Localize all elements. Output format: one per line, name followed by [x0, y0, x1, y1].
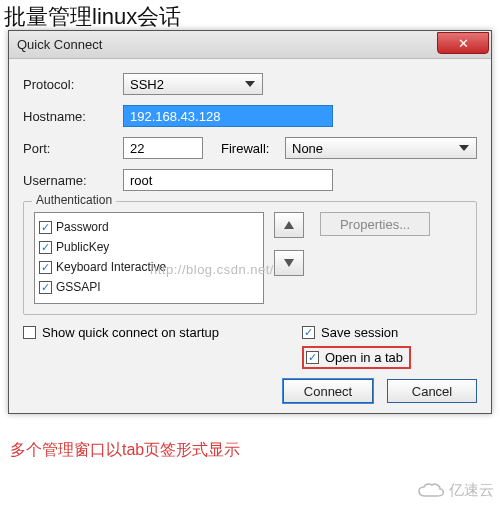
firewall-dropdown[interactable]: None [285, 137, 477, 159]
cancel-button[interactable]: Cancel [387, 379, 477, 403]
username-label: Username: [23, 173, 123, 188]
checkbox-icon[interactable] [39, 241, 52, 254]
save-session-label: Save session [321, 325, 398, 340]
checkbox-icon[interactable] [39, 221, 52, 234]
cancel-label: Cancel [412, 384, 452, 399]
chevron-down-icon [456, 140, 472, 156]
checkbox-icon[interactable] [23, 326, 36, 339]
open-in-tab-option[interactable]: Open in a tab [306, 350, 403, 365]
cloud-icon [417, 482, 445, 500]
show-on-startup-label: Show quick connect on startup [42, 325, 219, 340]
auth-item-label: GSSAPI [56, 280, 101, 294]
authentication-legend: Authentication [32, 193, 116, 207]
auth-item-keyboard[interactable]: Keyboard Interactive [39, 257, 259, 277]
port-value: 22 [130, 141, 144, 156]
close-button[interactable]: ✕ [437, 32, 489, 54]
checkbox-icon[interactable] [302, 326, 315, 339]
username-input[interactable]: root [123, 169, 333, 191]
auth-item-password[interactable]: Password [39, 217, 259, 237]
hostname-input[interactable]: 192.168.43.128 [123, 105, 333, 127]
auth-item-label: PublicKey [56, 240, 109, 254]
auth-item-publickey[interactable]: PublicKey [39, 237, 259, 257]
page-heading: 批量管理linux会话 [0, 0, 500, 34]
auth-item-label: Keyboard Interactive [56, 260, 166, 274]
checkbox-icon[interactable] [39, 261, 52, 274]
hostname-label: Hostname: [23, 109, 123, 124]
checkbox-icon[interactable] [306, 351, 319, 364]
show-on-startup-option[interactable]: Show quick connect on startup [23, 325, 302, 340]
annotation-text: 多个管理窗口以tab页签形式显示 [10, 440, 240, 461]
open-in-tab-label: Open in a tab [325, 350, 403, 365]
close-icon: ✕ [458, 36, 469, 51]
firewall-label: Firewall: [221, 141, 285, 156]
authentication-group: Authentication Password PublicKey Keyboa… [23, 201, 477, 315]
protocol-value: SSH2 [130, 77, 164, 92]
port-label: Port: [23, 141, 123, 156]
triangle-down-icon [284, 259, 294, 267]
protocol-dropdown[interactable]: SSH2 [123, 73, 263, 95]
checkbox-icon[interactable] [39, 281, 52, 294]
quick-connect-dialog: Quick Connect ✕ Protocol: SSH2 Hostname:… [8, 30, 492, 414]
protocol-label: Protocol: [23, 77, 123, 92]
triangle-up-icon [284, 221, 294, 229]
logo-text: 亿速云 [449, 481, 494, 500]
properties-button: Properties... [320, 212, 430, 236]
dialog-body: Protocol: SSH2 Hostname: 192.168.43.128 … [9, 59, 491, 413]
bottom-options: Show quick connect on startup Save sessi… [23, 325, 477, 403]
auth-item-label: Password [56, 220, 109, 234]
auth-item-gssapi[interactable]: GSSAPI [39, 277, 259, 297]
site-logo: 亿速云 [417, 481, 494, 500]
hostname-value: 192.168.43.128 [130, 109, 220, 124]
chevron-down-icon [242, 76, 258, 92]
auth-list[interactable]: Password PublicKey Keyboard Interactive … [34, 212, 264, 304]
move-down-button[interactable] [274, 250, 304, 276]
titlebar: Quick Connect ✕ [9, 31, 491, 59]
connect-label: Connect [304, 384, 352, 399]
save-session-option[interactable]: Save session [302, 325, 477, 340]
properties-label: Properties... [340, 217, 410, 232]
port-input[interactable]: 22 [123, 137, 203, 159]
dialog-title: Quick Connect [17, 37, 102, 52]
firewall-value: None [292, 141, 323, 156]
move-up-button[interactable] [274, 212, 304, 238]
username-value: root [130, 173, 152, 188]
open-in-tab-highlight: Open in a tab [302, 346, 411, 369]
connect-button[interactable]: Connect [283, 379, 373, 403]
